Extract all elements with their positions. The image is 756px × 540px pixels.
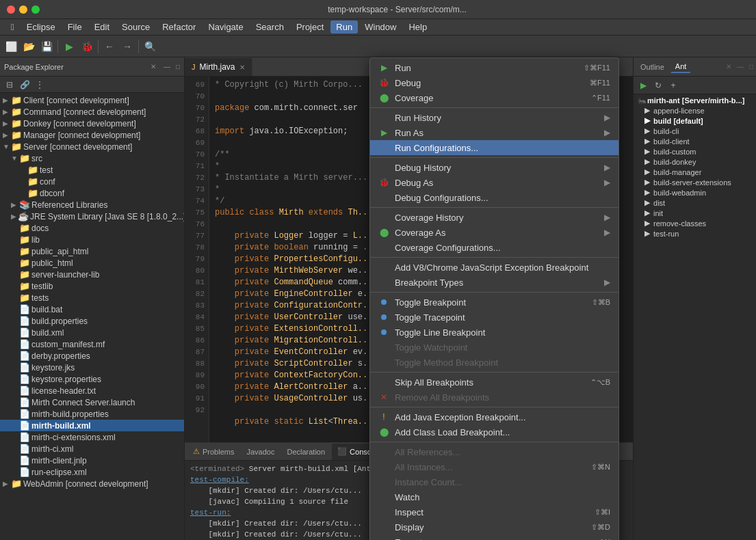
tree-item-public-api[interactable]: ▶ 📁 public_api_html — [0, 245, 184, 257]
menu-search[interactable]: Search — [250, 21, 289, 33]
tree-item-mirth-client-jnlp[interactable]: ▶ 📄 mirth-client.jnlp — [0, 455, 184, 466]
tree-item-keystore-jks[interactable]: ▶ 📄 keystore.jks — [0, 362, 184, 373]
menu-run-configurations[interactable]: Run Configurations... — [370, 140, 618, 155]
menu-all-instances[interactable]: All Instances... ⇧⌘N — [370, 459, 618, 474]
ant-dist[interactable]: ▶ dist — [634, 198, 756, 208]
menu-navigate[interactable]: Navigate — [203, 21, 248, 33]
tree-item-webadmin[interactable]: ▶ 📁 WebAdmin [connect development] — [0, 478, 184, 489]
ant-build-webadmin[interactable]: ▶ build-webadmin — [634, 187, 756, 198]
pe-menu-btn[interactable]: ⋮ — [33, 78, 47, 92]
ant-build-default[interactable]: ▶ build [default] — [634, 116, 756, 126]
tree-item-lib[interactable]: ▶ 📁 lib — [0, 234, 184, 245]
menu-apple[interactable]:  — [5, 21, 20, 33]
menu-run-run[interactable]: ▶ Run ⇧⌘F11 — [370, 60, 618, 75]
tree-item-client[interactable]: ▶ 📁 Client [connect development] — [0, 94, 184, 106]
tree-item-command[interactable]: ▶ 📁 Command [connect development] — [0, 106, 184, 118]
tree-item-server-launcher[interactable]: ▶ 📁 server-launcher-lib — [0, 269, 184, 280]
tree-item-build-xml[interactable]: ▶ 📄 build.xml — [0, 327, 184, 338]
tab-javadoc[interactable]: Javadoc — [241, 444, 280, 460]
editor-tab-close[interactable]: ✕ — [239, 64, 245, 71]
menu-breakpoint-types[interactable]: Breakpoint Types ▶ — [370, 275, 618, 290]
menu-display[interactable]: Display ⇧⌘D — [370, 519, 618, 535]
ant-root[interactable]: 🐜 mirth-ant [Server/mirth-b...] — [634, 96, 756, 105]
panel-maximize[interactable]: □ — [176, 63, 180, 70]
menu-debug-history[interactable]: Debug History ▶ — [370, 160, 618, 175]
ant-build-cli[interactable]: ▶ build-cli — [634, 126, 756, 136]
menu-add-class-load-bp[interactable]: ⬤ Add Class Load Breakpoint... — [370, 424, 618, 440]
toolbar-search-btn[interactable]: 🔍 — [142, 38, 158, 55]
ant-build-server-ext[interactable]: ▶ build-server-extensions — [634, 177, 756, 187]
tree-item-src[interactable]: ▼ 📁 src — [0, 152, 184, 164]
maximize-button[interactable] — [31, 5, 40, 14]
tree-item-testlib[interactable]: ▶ 📁 testlib — [0, 280, 184, 292]
right-panel-maximize[interactable]: □ — [749, 63, 753, 70]
toolbar-debug-btn[interactable]: 🐞 — [79, 38, 95, 55]
tree-item-conf[interactable]: ▶ 📁 conf — [0, 176, 184, 187]
ant-build-custom[interactable]: ▶ build-custom — [634, 146, 756, 157]
tree-item-derby[interactable]: ▶ 📄 derby.properties — [0, 350, 184, 362]
tree-item-mirth-launch[interactable]: ▶ 📄 Mirth Connect Server.launch — [0, 396, 184, 408]
ant-remove-classes[interactable]: ▶ remove-classes — [634, 218, 756, 228]
tree-item-donkey[interactable]: ▶ 📁 Donkey [connect development] — [0, 118, 184, 129]
ant-test-run[interactable]: ▶ test-run — [634, 228, 756, 239]
minimize-button[interactable] — [19, 5, 27, 14]
ant-init[interactable]: ▶ init — [634, 208, 756, 218]
toolbar-forward-btn[interactable]: → — [119, 38, 135, 55]
tab-problems[interactable]: ⚠ Problems — [187, 444, 239, 460]
right-panel-close[interactable]: ✕ — [726, 63, 731, 70]
tree-item-custom-manifest[interactable]: ▶ 📄 custom_manifest.mf — [0, 338, 184, 350]
toolbar-btn-1[interactable]: ⬜ — [3, 38, 19, 55]
menu-refactor[interactable]: Refactor — [157, 21, 201, 33]
menu-source[interactable]: Source — [116, 21, 155, 33]
pe-link-btn[interactable]: 🔗 — [18, 78, 31, 92]
menu-run-history[interactable]: Run History ▶ — [370, 110, 618, 125]
menu-instance-count[interactable]: Instance Count... — [370, 474, 618, 489]
toolbar-btn-2[interactable]: 📂 — [21, 38, 37, 55]
menu-coverage-as[interactable]: ⬤ Coverage As ▶ — [370, 225, 618, 240]
tree-item-docs[interactable]: ▶ 📁 docs — [0, 222, 184, 234]
tree-item-public-html[interactable]: ▶ 📁 public_html — [0, 257, 184, 269]
tree-item-dbconf[interactable]: ▶ 📁 dbconf — [0, 187, 184, 199]
tree-item-jre[interactable]: ▶ ☕ JRE System Library [Java SE 8 [1.8.0… — [0, 211, 184, 222]
menu-toggle-method-bp[interactable]: Toggle Method Breakpoint — [370, 355, 618, 370]
menu-run-debug[interactable]: 🐞 Debug ⌘F11 — [370, 75, 618, 90]
menu-help[interactable]: Help — [403, 21, 432, 33]
tree-item-license[interactable]: ▶ 📄 license-header.txt — [0, 385, 184, 396]
tab-declaration[interactable]: Declaration — [281, 444, 330, 460]
tree-item-keystore-props[interactable]: ▶ 📄 keystore.properties — [0, 373, 184, 385]
menu-edit[interactable]: Edit — [89, 21, 115, 33]
tree-item-mirth-ci[interactable]: ▶ 📄 mirth-ci.xml — [0, 443, 184, 455]
ant-build-donkey[interactable]: ▶ build-donkey — [634, 157, 756, 167]
package-explorer-close[interactable]: ✕ — [148, 62, 158, 71]
menu-run-as[interactable]: ▶ Run As ▶ — [370, 125, 618, 140]
menu-coverage-history[interactable]: Coverage History ▶ — [370, 210, 618, 225]
ant-append-license[interactable]: ▶ append-license — [634, 105, 756, 116]
menu-debug-as[interactable]: 🐞 Debug As ▶ — [370, 175, 618, 190]
close-button[interactable] — [7, 5, 15, 14]
traffic-lights[interactable] — [7, 5, 40, 14]
tree-item-run-eclipse[interactable]: ▶ 📄 run-eclipse.xml — [0, 466, 184, 478]
tree-item-reflibs[interactable]: ▶ 📚 Referenced Libraries — [0, 199, 184, 211]
tree-item-build-bat[interactable]: ▶ 📄 build.bat — [0, 303, 184, 315]
menu-execute[interactable]: Execute ⇧U — [370, 535, 618, 540]
tab-outline[interactable]: Outline — [636, 62, 668, 72]
toolbar-btn-3[interactable]: 💾 — [38, 38, 55, 55]
editor-tab-mirth[interactable]: J Mirth.java ✕ — [185, 58, 252, 76]
menu-remove-all-bp[interactable]: ✕ Remove All Breakpoints — [370, 390, 618, 405]
menu-skip-all-bp[interactable]: Skip All Breakpoints ⌃⌥B — [370, 375, 618, 390]
ant-build-client[interactable]: ▶ build-client — [634, 136, 756, 146]
pe-collapse-btn[interactable]: ⊟ — [3, 78, 16, 92]
menu-all-references[interactable]: All References... — [370, 444, 618, 459]
menu-coverage-configurations[interactable]: Coverage Configurations... — [370, 240, 618, 255]
menu-toggle-tracepoint[interactable]: Toggle Tracepoint — [370, 310, 618, 325]
menu-file[interactable]: File — [62, 21, 88, 33]
ant-build-manager[interactable]: ▶ build-manager — [634, 167, 756, 177]
menu-inspect[interactable]: Inspect ⇧⌘I — [370, 504, 618, 519]
tree-item-build-props[interactable]: ▶ 📄 build.properties — [0, 315, 184, 327]
toolbar-run-btn[interactable]: ▶ — [61, 38, 77, 55]
tree-item-test[interactable]: ▶ 📁 test — [0, 164, 184, 176]
menu-window[interactable]: Window — [359, 21, 402, 33]
tree-item-mirth-build-xml[interactable]: ▶ 📄 mirth-build.xml — [0, 420, 184, 431]
menu-run[interactable]: Run — [330, 21, 358, 33]
menu-toggle-breakpoint[interactable]: Toggle Breakpoint ⇧⌘B — [370, 295, 618, 310]
